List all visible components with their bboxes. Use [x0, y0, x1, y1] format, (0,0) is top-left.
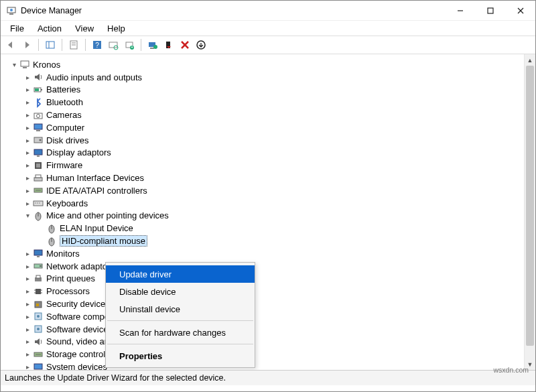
expand-icon[interactable]: ▸	[23, 199, 31, 207]
svg-rect-41	[34, 178, 42, 181]
collapse-icon[interactable]: ▾	[23, 212, 31, 220]
category-item[interactable]: ▸System devices	[22, 361, 535, 371]
category-label: Security devices	[46, 299, 110, 309]
device-category-icon	[33, 261, 44, 271]
category-label: Human Interface Devices	[46, 173, 144, 183]
category-label: Processors	[46, 286, 90, 296]
menu-help[interactable]: Help	[100, 22, 132, 35]
device-tree[interactable]: ▾ Kronos ▸Audio inputs and outputs▸Batte…	[1, 54, 535, 371]
disable-device-button[interactable]	[161, 38, 176, 52]
expand-icon[interactable]: ▸	[23, 262, 31, 270]
device-category-icon	[33, 122, 44, 133]
expand-icon[interactable]: ▸	[23, 186, 31, 194]
device-item[interactable]: ELAN Input Device	[36, 222, 535, 235]
menu-action[interactable]: Action	[31, 22, 68, 35]
menu-file[interactable]: File	[3, 22, 31, 35]
expand-icon[interactable]: ▸	[23, 350, 31, 358]
expand-icon[interactable]: ▸	[23, 111, 31, 119]
svg-rect-26	[21, 61, 29, 66]
category-item[interactable]: ▸Network adapto	[22, 260, 535, 273]
expand-icon[interactable]: ▸	[23, 312, 31, 320]
category-item[interactable]: ▸Display adaptors	[22, 147, 535, 159]
svg-point-48	[39, 202, 40, 203]
expand-icon[interactable]: ▸	[23, 174, 31, 182]
category-item[interactable]: ▸Disk drives	[22, 134, 535, 147]
close-button[interactable]	[505, 1, 535, 21]
expand-icon[interactable]: ▸	[23, 300, 31, 308]
expand-icon[interactable]: ▸	[23, 161, 31, 170]
category-item[interactable]: ▸Print queues	[22, 273, 535, 285]
uninstall-button[interactable]	[178, 38, 192, 52]
category-item[interactable]: ▸Processors	[22, 285, 535, 298]
expand-icon[interactable]: ▸	[23, 73, 31, 81]
category-item[interactable]: ▸Storage controllers	[22, 348, 535, 361]
category-label: Disk drives	[46, 135, 89, 145]
expand-icon[interactable]: ▸	[23, 99, 31, 107]
root-label: Kronos	[33, 60, 60, 70]
expand-icon[interactable]: ▸	[23, 249, 31, 257]
computer-icon	[19, 59, 30, 70]
ctx-uninstall-device[interactable]: Uninstall device	[106, 300, 255, 318]
minimize-button[interactable]	[445, 1, 475, 21]
svg-rect-75	[36, 370, 40, 371]
category-item[interactable]: ▸Keyboards	[22, 197, 535, 210]
device-category-icon	[33, 160, 44, 171]
status-text: Launches the Update Driver Wizard for th…	[5, 373, 226, 383]
category-item[interactable]: ▸Cameras	[22, 109, 535, 121]
scrollbar-thumb[interactable]	[526, 66, 534, 346]
expand-icon[interactable]: ▸	[23, 363, 31, 371]
category-item[interactable]: ▸Monitors	[22, 247, 535, 260]
scroll-up-button[interactable]: ▲	[525, 54, 535, 66]
device-item-selected[interactable]: HID-compliant mouse	[36, 235, 535, 247]
tree-root[interactable]: ▾ Kronos	[9, 58, 535, 71]
device-category-icon	[33, 147, 44, 158]
ctx-scan-hardware[interactable]: Scan for hardware changes	[106, 324, 255, 341]
expand-icon[interactable]: ▸	[23, 338, 31, 346]
ctx-update-driver[interactable]: Update driver	[106, 265, 255, 283]
help-button[interactable]: ?	[90, 38, 105, 52]
expand-icon[interactable]: ▸	[23, 149, 31, 157]
category-item[interactable]: ▸Sound, video and game controllers	[22, 336, 535, 348]
category-label: Batteries	[46, 84, 80, 94]
device-category-icon	[33, 349, 44, 360]
category-item[interactable]: ▸Computer	[22, 121, 535, 134]
category-item[interactable]: ▸Software compo	[22, 310, 535, 323]
svg-point-2	[10, 9, 13, 11]
back-button[interactable]	[3, 38, 18, 52]
svg-rect-33	[34, 124, 42, 129]
device-category-icon	[33, 299, 44, 310]
expand-icon[interactable]: ▸	[23, 287, 31, 296]
vertical-scrollbar[interactable]: ▲ ▼	[524, 54, 535, 370]
collapse-icon[interactable]: ▾	[10, 60, 18, 68]
category-item[interactable]: ▸Software device	[22, 323, 535, 336]
ctx-disable-device[interactable]: Disable device	[106, 283, 255, 300]
category-item[interactable]: ▾Mice and other pointing devices	[22, 210, 535, 222]
svg-rect-4	[488, 8, 493, 13]
svg-text:?: ?	[95, 42, 99, 49]
category-item[interactable]: ▸IDE ATA/ATAPI controllers	[22, 184, 535, 197]
category-item[interactable]: ▸Security devices	[22, 298, 535, 310]
category-item[interactable]: ▸Human Interface Devices	[22, 172, 535, 184]
category-item[interactable]: ▸Batteries	[22, 84, 535, 96]
expand-icon[interactable]: ▸	[23, 86, 31, 94]
menu-view[interactable]: View	[68, 22, 100, 35]
show-hide-button[interactable]	[43, 38, 58, 52]
update-driver-button[interactable]	[145, 38, 160, 52]
scan-hardware-button[interactable]	[106, 38, 121, 52]
svg-rect-74	[34, 364, 42, 369]
expand-icon[interactable]: ▸	[23, 325, 31, 333]
svg-point-71	[37, 328, 40, 330]
add-legacy-button[interactable]: +	[122, 38, 137, 52]
category-label: Software device	[46, 324, 109, 334]
category-item[interactable]: ▸Firmware	[22, 159, 535, 172]
category-item[interactable]: ▸Audio inputs and outputs	[22, 71, 535, 84]
forward-button[interactable]	[19, 38, 34, 52]
properties-button[interactable]	[66, 38, 81, 52]
enable-device-button[interactable]	[194, 38, 208, 52]
expand-icon[interactable]: ▸	[23, 136, 31, 144]
maximize-button[interactable]	[475, 1, 505, 21]
ctx-properties[interactable]: Properties	[106, 347, 255, 365]
expand-icon[interactable]: ▸	[23, 275, 31, 283]
category-item[interactable]: ▸Bluetooth	[22, 96, 535, 109]
expand-icon[interactable]: ▸	[23, 123, 31, 131]
